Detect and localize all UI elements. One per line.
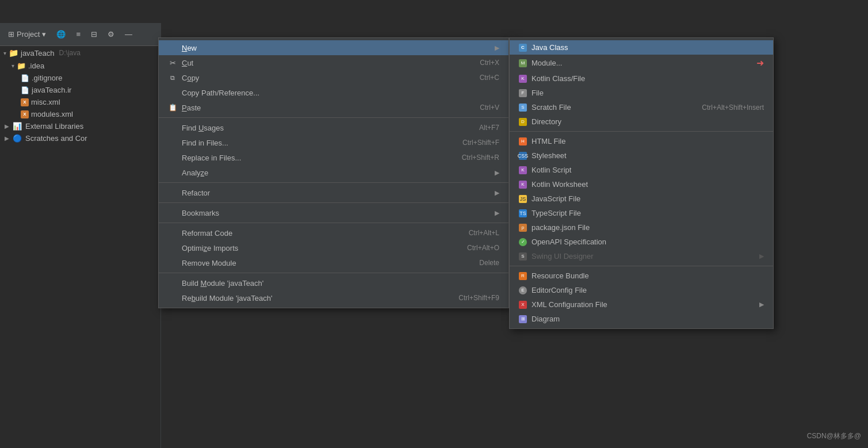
- submenu-xml-config[interactable]: X XML Configuration File ▶: [510, 297, 773, 312]
- submenu-package-json[interactable]: p package.json File: [510, 220, 773, 235]
- menu-item-find-usages[interactable]: Find Usages Alt+F7: [159, 120, 508, 135]
- kotlin-worksheet-label: Kotlin Worksheet: [531, 180, 588, 189]
- menu-analyze-label: Analyze: [182, 169, 208, 177]
- kotlin-worksheet-icon: K: [519, 181, 527, 189]
- menu-item-refactor[interactable]: Refactor ▶: [159, 185, 508, 200]
- swing-icon: S: [519, 252, 527, 261]
- refactor-arrow-icon: ▶: [495, 189, 499, 197]
- submenu-html[interactable]: H HTML File: [510, 134, 773, 148]
- menu-item-bookmarks[interactable]: Bookmarks ▶: [159, 205, 508, 220]
- submenu-sep-1: [510, 131, 773, 132]
- context-menu: New ▶ ✂ Cut Ctrl+X ⧉ Copy Ctrl+C Copy Pa…: [158, 37, 509, 308]
- copy-path-icon: [168, 88, 177, 97]
- remove-module-icon: [168, 258, 177, 267]
- openapi-icon: ✓: [519, 238, 527, 246]
- menu-item-replace-files[interactable]: Replace in Files... Ctrl+Shift+R: [159, 150, 508, 165]
- separator-3: [159, 202, 508, 203]
- menu-item-optimize[interactable]: Optimize Imports Ctrl+Alt+O: [159, 240, 508, 255]
- submenu-kotlin-script[interactable]: K Kotlin Script: [510, 163, 773, 177]
- menu-cut-shortcut: Ctrl+X: [480, 59, 499, 67]
- bookmarks-arrow-icon: ▶: [495, 209, 499, 217]
- html-icon: H: [519, 137, 527, 145]
- menu-paste-label: Paste: [182, 104, 201, 112]
- kotlin-script-icon: K: [519, 166, 527, 174]
- annotation-arrow-2: ➜: [756, 58, 764, 68]
- menu-optimize-label: Optimize Imports: [182, 244, 238, 252]
- separator-5: [159, 273, 508, 273]
- find-files-icon: [168, 138, 177, 147]
- submenu-module[interactable]: M Module... ➜: [510, 55, 773, 71]
- menu-item-reformat[interactable]: Reformat Code Ctrl+Alt+L: [159, 225, 508, 240]
- js-label: JavaScript File: [531, 194, 580, 203]
- bookmarks-icon: [168, 208, 177, 217]
- menu-replace-files-label: Replace in Files...: [182, 154, 241, 162]
- menu-item-rebuild[interactable]: Rebuild Module 'javaTeach' Ctrl+Shift+F9: [159, 290, 508, 305]
- menu-item-remove-module[interactable]: Remove Module Delete: [159, 255, 508, 270]
- paste-icon: 📋: [168, 103, 177, 112]
- module-label: Module...: [531, 59, 562, 67]
- swing-arrow: ▶: [759, 252, 764, 260]
- pkg-icon: p: [519, 224, 527, 232]
- submenu-openapi[interactable]: ✓ OpenAPI Specification: [510, 235, 773, 249]
- build-icon: [168, 278, 177, 288]
- submenu-editorconfig[interactable]: E EditorConfig File: [510, 283, 773, 297]
- kotlin-class-icon: K: [519, 75, 527, 83]
- res-icon: R: [519, 272, 527, 280]
- java-class-label: Java Class: [531, 43, 568, 52]
- ts-icon: TS: [519, 209, 527, 217]
- analyze-icon: [168, 168, 177, 177]
- editorconfig-icon: E: [519, 286, 527, 294]
- menu-reformat-shortcut: Ctrl+Alt+L: [469, 229, 499, 237]
- menu-overlay: New ▶ ✂ Cut Ctrl+X ⧉ Copy Ctrl+C Copy Pa…: [0, 0, 868, 448]
- menu-item-new[interactable]: New ▶: [159, 40, 508, 55]
- kotlin-script-label: Kotlin Script: [531, 166, 571, 174]
- openapi-label: OpenAPI Specification: [531, 238, 606, 246]
- resource-bundle-label: Resource Bundle: [531, 271, 589, 280]
- editorconfig-label: EditorConfig File: [531, 286, 587, 294]
- menu-item-analyze[interactable]: Analyze ▶: [159, 165, 508, 180]
- submenu-js[interactable]: JS JavaScript File: [510, 192, 773, 206]
- menu-item-cut[interactable]: ✂ Cut Ctrl+X: [159, 55, 508, 70]
- menu-item-find-files[interactable]: Find in Files... Ctrl+Shift+F: [159, 135, 508, 150]
- submenu-swing: S Swing UI Designer ▶: [510, 249, 773, 263]
- menu-item-build[interactable]: Build Module 'javaTeach': [159, 275, 508, 290]
- submenu-diagram[interactable]: ⊞ Diagram: [510, 312, 773, 326]
- new-submenu: C Java Class M Module... ➜ K Kotlin Clas…: [509, 37, 774, 329]
- submenu-kotlin-class[interactable]: K Kotlin Class/File: [510, 71, 773, 86]
- menu-remove-module-shortcut: Delete: [479, 259, 499, 267]
- module-icon: M: [519, 59, 527, 67]
- submenu-file[interactable]: F File: [510, 86, 773, 100]
- submenu-stylesheet[interactable]: CSS Stylesheet: [510, 148, 773, 163]
- java-class-icon: C: [519, 44, 527, 52]
- submenu-kotlin-worksheet[interactable]: K Kotlin Worksheet: [510, 177, 773, 192]
- submenu-directory[interactable]: D Directory: [510, 114, 773, 129]
- menu-copy-shortcut: Ctrl+C: [480, 74, 499, 82]
- menu-cut-label: Cut: [182, 59, 193, 67]
- menu-find-files-shortcut: Ctrl+Shift+F: [462, 139, 499, 147]
- menu-item-copy[interactable]: ⧉ Copy Ctrl+C: [159, 70, 508, 85]
- menu-replace-files-shortcut: Ctrl+Shift+R: [462, 154, 499, 162]
- refactor-icon: [168, 188, 177, 197]
- menu-find-files-label: Find in Files...: [182, 139, 228, 147]
- directory-icon: D: [519, 118, 527, 126]
- menu-optimize-shortcut: Ctrl+Alt+O: [467, 244, 499, 252]
- scissors-icon: ✂: [168, 58, 177, 67]
- find-usages-icon: [168, 123, 177, 132]
- submenu-ts[interactable]: TS TypeScript File: [510, 206, 773, 220]
- stylesheet-label: Stylesheet: [531, 151, 567, 160]
- ts-label: TypeScript File: [531, 209, 581, 217]
- submenu-sep-2: [510, 266, 773, 266]
- menu-paste-shortcut: Ctrl+V: [480, 104, 499, 112]
- menu-item-paste[interactable]: 📋 Paste Ctrl+V: [159, 100, 508, 115]
- pkg-label: package.json File: [531, 223, 590, 232]
- menu-find-usages-label: Find Usages: [182, 124, 224, 132]
- submenu-java-class[interactable]: C Java Class: [510, 40, 773, 55]
- separator-1: [159, 117, 508, 118]
- submenu-resource-bundle[interactable]: R Resource Bundle: [510, 269, 773, 283]
- submenu-scratch-file[interactable]: S Scratch File Ctrl+Alt+Shift+Insert: [510, 100, 773, 114]
- scratch-shortcut: Ctrl+Alt+Shift+Insert: [702, 104, 764, 112]
- submenu-arrow-icon: ▶: [495, 44, 499, 52]
- menu-item-copy-path[interactable]: Copy Path/Reference...: [159, 85, 508, 100]
- menu-rebuild-shortcut: Ctrl+Shift+F9: [458, 294, 499, 302]
- xml-arrow-icon: ▶: [759, 301, 764, 308]
